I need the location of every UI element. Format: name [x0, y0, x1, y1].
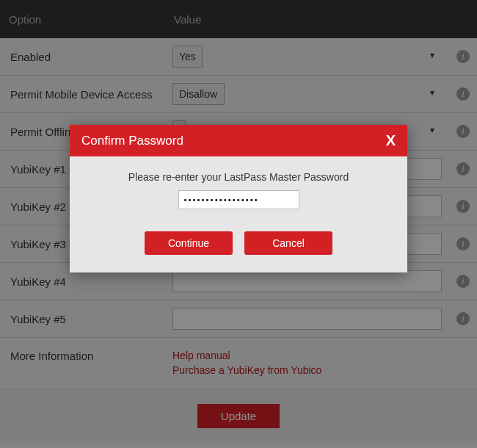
- continue-button[interactable]: Continue: [145, 231, 233, 255]
- modal-buttons: Continue Cancel: [92, 231, 385, 255]
- modal-header: Confirm Password X: [70, 125, 407, 156]
- confirm-password-modal: Confirm Password X Please re-enter your …: [70, 125, 407, 272]
- modal-prompt: Please re-enter your LastPass Master Pas…: [92, 171, 385, 183]
- cancel-button[interactable]: Cancel: [244, 231, 332, 255]
- master-password-input[interactable]: [178, 190, 299, 209]
- modal-title: Confirm Password: [81, 134, 183, 148]
- modal-body: Please re-enter your LastPass Master Pas…: [70, 156, 407, 272]
- close-icon[interactable]: X: [386, 132, 396, 149]
